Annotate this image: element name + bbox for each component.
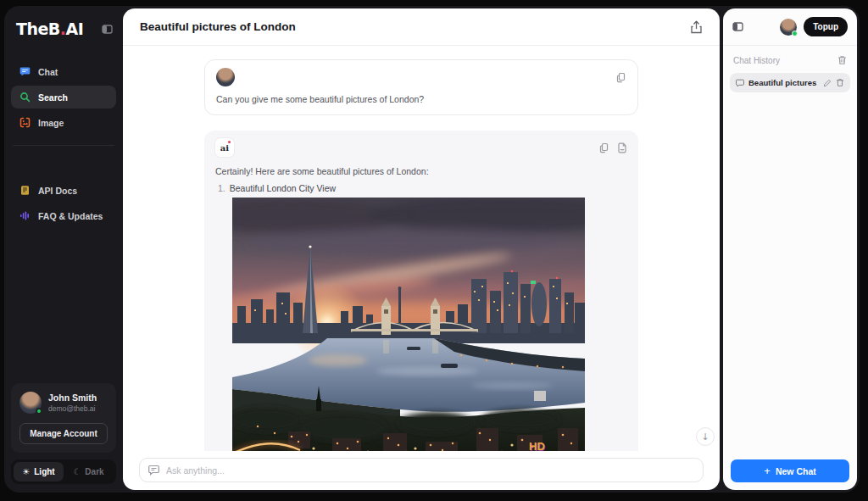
image-icon bbox=[19, 117, 31, 128]
left-sidebar: TheB.AI Chat Search Image API Docs bbox=[4, 6, 123, 493]
sidebar-item-label: API Docs bbox=[38, 186, 77, 196]
theme-dark-button[interactable]: ☾ Dark bbox=[64, 462, 114, 482]
new-chat-button[interactable]: + New Chat bbox=[731, 459, 849, 482]
search-icon bbox=[19, 92, 31, 103]
chat-history-label: Chat History bbox=[733, 56, 837, 65]
logo-red-dot bbox=[228, 141, 231, 143]
copy-icon[interactable] bbox=[599, 142, 609, 153]
chat-bubble-icon bbox=[19, 66, 31, 77]
panel-collapse-icon[interactable] bbox=[732, 21, 743, 32]
sidebar-collapse-icon[interactable] bbox=[102, 24, 113, 35]
london-city-image[interactable]: HD HD bbox=[232, 198, 585, 451]
plus-icon: + bbox=[764, 465, 771, 477]
chat-title: Beautiful pictures of London bbox=[140, 20, 690, 33]
user-avatar bbox=[19, 392, 42, 414]
sidebar-item-image[interactable]: Image bbox=[11, 111, 116, 134]
online-status-dot bbox=[36, 408, 42, 415]
app-logo: TheB.AI bbox=[16, 19, 102, 38]
user-card: John Smith demo@theb.ai Manage Account bbox=[11, 383, 116, 453]
down-arrow-icon: ↓ bbox=[701, 431, 709, 443]
chat-history-header: Chat History bbox=[723, 46, 857, 70]
list-number: 1. bbox=[218, 183, 225, 193]
topup-button[interactable]: Topup bbox=[804, 17, 848, 36]
sidebar-item-label: Search bbox=[38, 92, 68, 103]
hd-watermark: HD bbox=[529, 440, 545, 451]
right-panel: Topup Chat History Beautiful pictures ..… bbox=[723, 8, 857, 490]
assistant-avatar: ai bbox=[215, 138, 234, 157]
copy-icon[interactable] bbox=[616, 72, 626, 83]
account-avatar[interactable] bbox=[780, 19, 797, 36]
right-panel-header: Topup bbox=[723, 8, 857, 46]
chat-scroll-area[interactable]: Can you give me some beautiful pictures … bbox=[123, 46, 720, 451]
scroll-to-bottom-button[interactable]: ↓ bbox=[696, 427, 715, 446]
trash-icon[interactable] bbox=[837, 55, 847, 65]
chat-outline-icon bbox=[148, 465, 159, 476]
sidebar-item-label: Image bbox=[38, 118, 64, 128]
manage-account-button[interactable]: Manage Account bbox=[19, 423, 108, 444]
theme-toggle: ☀ Light ☾ Dark bbox=[11, 459, 116, 484]
list-item-text: Beautiful London City View bbox=[230, 183, 336, 193]
export-document-icon[interactable] bbox=[617, 142, 627, 153]
chat-outline-icon bbox=[736, 79, 744, 87]
sidebar-item-search[interactable]: Search bbox=[11, 86, 116, 109]
logo-row: TheB.AI bbox=[16, 19, 113, 38]
app-window: TheB.AI Chat Search Image API Docs bbox=[4, 6, 860, 493]
composer bbox=[123, 451, 720, 490]
user-message-card: Can you give me some beautiful pictures … bbox=[204, 59, 638, 115]
sidebar-item-chat[interactable]: Chat bbox=[11, 60, 116, 83]
chat-header: Beautiful pictures of London bbox=[123, 8, 720, 46]
sidebar-item-api-docs[interactable]: API Docs bbox=[11, 179, 116, 202]
document-icon bbox=[19, 185, 31, 196]
primary-nav: Chat Search Image bbox=[11, 60, 116, 134]
sidebar-divider bbox=[13, 145, 114, 146]
online-status-dot bbox=[792, 31, 798, 36]
user-email: demo@theb.ai bbox=[48, 404, 97, 413]
edit-pencil-icon[interactable] bbox=[823, 79, 832, 87]
theme-light-button[interactable]: ☀ Light bbox=[14, 462, 64, 482]
sun-icon: ☀ bbox=[22, 467, 30, 476]
sidebar-item-label: Chat bbox=[38, 67, 58, 77]
chat-history-item[interactable]: Beautiful pictures ... bbox=[730, 73, 850, 92]
share-icon[interactable] bbox=[690, 20, 703, 34]
main-panel: Beautiful pictures of London Can you giv… bbox=[123, 8, 720, 490]
user-name: John Smith bbox=[48, 392, 97, 403]
user-message-text: Can you give me some beautiful pictures … bbox=[216, 94, 626, 104]
moon-icon: ☾ bbox=[73, 467, 81, 476]
ai-list-item: 1. Beautiful London City View bbox=[215, 183, 627, 193]
sidebar-item-faq-updates[interactable]: FAQ & Updates bbox=[11, 204, 116, 227]
secondary-nav: API Docs FAQ & Updates bbox=[11, 179, 116, 227]
sidebar-item-label: FAQ & Updates bbox=[38, 211, 103, 221]
ai-message-text: Certainly! Here are some beautiful pictu… bbox=[215, 166, 627, 176]
composer-input[interactable] bbox=[166, 465, 694, 476]
trash-icon[interactable] bbox=[836, 78, 844, 87]
waveform-icon bbox=[19, 210, 31, 221]
ai-message-card: ai Certainly! Here are some beautiful pi… bbox=[204, 131, 638, 451]
composer-box[interactable] bbox=[139, 458, 704, 482]
user-message-avatar bbox=[216, 68, 235, 86]
history-item-title: Beautiful pictures ... bbox=[748, 78, 819, 87]
